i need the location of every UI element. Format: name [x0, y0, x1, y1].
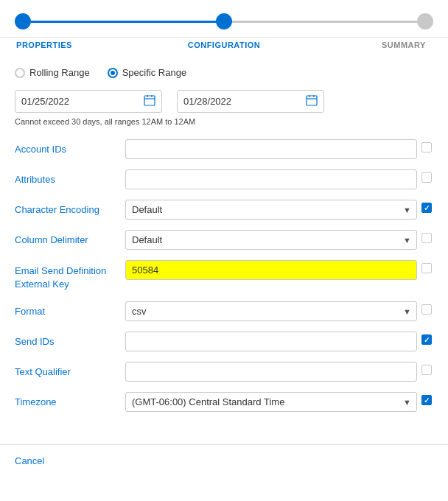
step-1-label: PROPERTIES [16, 41, 72, 49]
step-3-circle [417, 13, 433, 29]
timezone-checkbox[interactable] [421, 395, 432, 405]
step-2-circle [216, 13, 232, 29]
timezone-label: Timezone [15, 392, 125, 407]
timezone-select[interactable]: (GMT-06:00) Central Standard Time (GMT-0… [125, 392, 417, 412]
attributes-row: Attributes [15, 169, 433, 189]
start-date-field[interactable] [15, 90, 162, 113]
timezone-control: (GMT-06:00) Central Standard Time (GMT-0… [125, 392, 417, 412]
svg-rect-4 [307, 96, 317, 105]
footer: Cancel [0, 444, 448, 477]
text-qualifier-control [125, 362, 417, 382]
character-encoding-control: Default UTF-8 ISO-8859-1 ▼ [125, 200, 417, 220]
format-checkbox[interactable] [421, 304, 432, 315]
column-delimiter-select[interactable]: Default Comma Tab Pipe [125, 230, 417, 250]
column-delimiter-row: Column Delimiter Default Comma Tab Pipe … [15, 230, 433, 250]
attributes-label: Attributes [15, 169, 125, 185]
account-ids-label: Account IDs [15, 139, 125, 155]
column-delimiter-select-wrap: Default Comma Tab Pipe ▼ [125, 230, 417, 250]
end-calendar-icon[interactable] [306, 94, 318, 108]
cancel-link[interactable]: Cancel [15, 455, 44, 466]
character-encoding-checkbox[interactable] [421, 203, 432, 213]
account-ids-row: Account IDs [15, 139, 433, 159]
text-qualifier-label: Text Qualifier [15, 362, 125, 377]
send-ids-checkbox[interactable] [421, 334, 432, 345]
step-line-1 [31, 21, 216, 23]
email-send-def-label: Email Send Definition External Key [15, 260, 125, 291]
email-send-def-checkbox[interactable] [421, 263, 432, 273]
account-ids-checkbox[interactable] [421, 142, 432, 153]
specific-range-label: Specific Range [122, 67, 186, 78]
timezone-row: Timezone (GMT-06:00) Central Standard Ti… [15, 392, 433, 412]
step-2-label: CONFIGURATION [188, 41, 261, 49]
column-delimiter-label: Column Delimiter [15, 230, 125, 245]
date-hint: Cannot exceed 30 days, all ranges 12AM t… [15, 117, 433, 126]
email-send-def-row: Email Send Definition External Key [15, 260, 433, 291]
email-send-def-control [125, 260, 417, 280]
start-calendar-icon[interactable] [144, 94, 155, 108]
email-send-def-label-line2: External Key [15, 278, 69, 290]
stepper [0, 0, 448, 38]
send-ids-input[interactable] [125, 332, 417, 351]
attributes-control [125, 169, 417, 189]
timezone-select-wrap: (GMT-06:00) Central Standard Time (GMT-0… [125, 392, 417, 412]
text-qualifier-input[interactable] [125, 362, 417, 382]
character-encoding-label: Character Encoding [15, 200, 125, 215]
send-ids-control [125, 332, 417, 351]
format-label: Format [15, 301, 125, 317]
step-3-label: SUMMARY [382, 41, 426, 49]
account-ids-control [125, 139, 417, 159]
stepper-track [15, 13, 433, 29]
step-1-wrap: PROPERTIES [15, 41, 74, 49]
text-qualifier-row: Text Qualifier [15, 362, 433, 382]
start-date-input[interactable] [21, 96, 117, 107]
content-area: Rolling Range Specific Range [0, 55, 448, 437]
rolling-range-label: Rolling Range [29, 67, 90, 78]
attributes-checkbox[interactable] [421, 172, 432, 183]
step-1-circle [15, 13, 31, 29]
format-control: csv tsv xlsx ▼ [125, 301, 417, 321]
specific-range-option[interactable]: Specific Range [108, 67, 186, 78]
email-send-def-input[interactable] [125, 260, 417, 280]
account-ids-input[interactable] [125, 139, 417, 159]
email-send-def-label-line1: Email Send Definition [15, 265, 106, 276]
step-2-wrap: CONFIGURATION [188, 41, 261, 49]
attributes-input[interactable] [125, 169, 417, 189]
stepper-labels: PROPERTIES CONFIGURATION SUMMARY [0, 38, 448, 55]
character-encoding-select[interactable]: Default UTF-8 ISO-8859-1 [125, 200, 417, 220]
end-date-field[interactable] [177, 90, 324, 113]
specific-range-radio[interactable] [108, 68, 118, 78]
format-select-wrap: csv tsv xlsx ▼ [125, 301, 417, 321]
rolling-range-radio[interactable] [15, 68, 25, 78]
format-select[interactable]: csv tsv xlsx [125, 301, 417, 321]
svg-rect-0 [144, 96, 155, 105]
character-encoding-select-wrap: Default UTF-8 ISO-8859-1 ▼ [125, 200, 417, 220]
date-row [15, 90, 433, 113]
column-delimiter-control: Default Comma Tab Pipe ▼ [125, 230, 417, 250]
character-encoding-row: Character Encoding Default UTF-8 ISO-885… [15, 200, 433, 220]
send-ids-label: Send IDs [15, 332, 125, 347]
main-container: PROPERTIES CONFIGURATION SUMMARY Rolling… [0, 0, 448, 501]
step-3-wrap: SUMMARY [374, 41, 433, 49]
column-delimiter-checkbox[interactable] [421, 233, 432, 243]
send-ids-row: Send IDs [15, 332, 433, 351]
end-date-input[interactable] [183, 96, 279, 107]
rolling-range-option[interactable]: Rolling Range [15, 67, 90, 78]
text-qualifier-checkbox[interactable] [421, 365, 432, 375]
range-type-group: Rolling Range Specific Range [15, 67, 433, 78]
step-line-2 [232, 21, 417, 23]
format-row: Format csv tsv xlsx ▼ [15, 301, 433, 321]
